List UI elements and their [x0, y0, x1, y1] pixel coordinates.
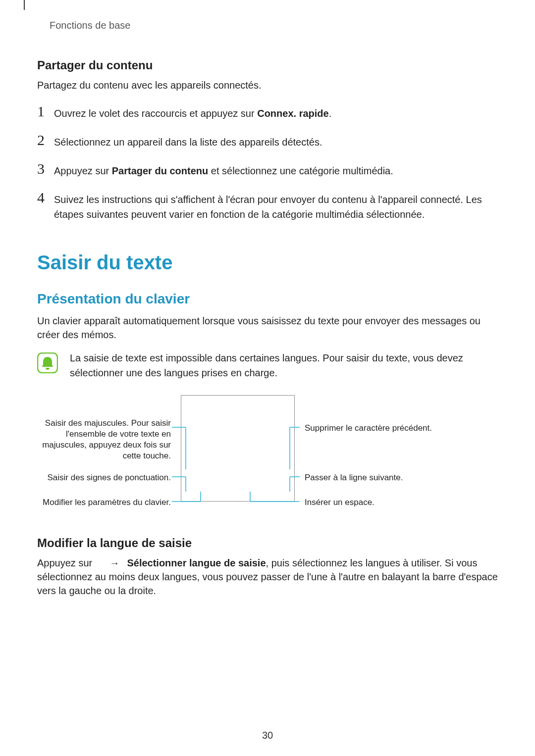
- step-text: Ouvrez le volet des raccourcis et appuye…: [54, 106, 331, 121]
- step-text: Sélectionnez un appareil dans la liste d…: [54, 135, 322, 150]
- top-crop-mark: [24, 0, 25, 10]
- breadcrumb: Fonctions de base: [50, 20, 498, 31]
- steps-list: 1 Ouvrez le volet des raccourcis et appu…: [37, 106, 498, 222]
- heading-partager: Partager du contenu: [37, 58, 498, 72]
- intro-clavier: Un clavier apparaît automatiquement lors…: [37, 314, 498, 342]
- label-ponctuation: Saisir des signes de ponctuation.: [37, 472, 171, 483]
- step-text-pre: Suivez les instructions qui s'affichent …: [54, 194, 482, 220]
- label-ligne-suivante: Passer à la ligne suivante.: [305, 472, 478, 483]
- step-text: Suivez les instructions qui s'affichent …: [54, 192, 498, 222]
- step-text-pre: Sélectionnez un appareil dans la liste d…: [54, 137, 322, 148]
- step-number: 2: [37, 133, 54, 148]
- label-espace: Insérer un espace.: [305, 497, 478, 508]
- step-item: 1 Ouvrez le volet des raccourcis et appu…: [37, 106, 498, 121]
- step-text-pre: Appuyez sur: [54, 165, 112, 176]
- step-item: 4 Suivez les instructions qui s'affichen…: [37, 192, 498, 222]
- step-text-bold: Partager du contenu: [112, 165, 208, 176]
- step-number: 4: [37, 190, 54, 205]
- step-item: 3 Appuyez sur Partager du contenu et sél…: [37, 163, 498, 178]
- bell-icon: [37, 353, 58, 373]
- para-bold: Sélectionner langue de saisie: [127, 557, 266, 568]
- para-post: , puis sélectionnez les langues à utilis…: [37, 557, 498, 596]
- note-text: La saisie de texte est impossible dans c…: [70, 351, 498, 380]
- step-text: Appuyez sur Partager du contenu et sélec…: [54, 163, 393, 178]
- keyboard-diagram: Saisir des majuscules. Pour saisir l'ens…: [37, 395, 503, 516]
- label-majuscules: Saisir des majuscules. Pour saisir l'ens…: [37, 418, 171, 461]
- step-text-post: .: [329, 108, 332, 119]
- step-item: 2 Sélectionnez un appareil dans la liste…: [37, 135, 498, 150]
- heading-presentation-clavier: Présentation du clavier: [37, 291, 498, 307]
- step-text-post: et sélectionnez une catégorie multimédia…: [208, 165, 393, 176]
- label-parametres: Modifier les paramètres du clavier.: [37, 497, 171, 508]
- step-text-pre: Ouvrez le volet des raccourcis et appuye…: [54, 108, 257, 119]
- step-number: 1: [37, 104, 54, 119]
- heading-saisir-texte: Saisir du texte: [37, 252, 498, 274]
- page-number: 30: [0, 730, 535, 741]
- arrow-icon: →: [109, 557, 119, 568]
- section-saisir-texte: Saisir du texte Présentation du clavier …: [37, 252, 498, 598]
- para-pre: Appuyez sur: [37, 557, 95, 568]
- heading-modifier-langue: Modifier la langue de saisie: [37, 536, 498, 550]
- para-modifier-langue: Appuyez sur → Sélectionner langue de sai…: [37, 556, 498, 598]
- step-number: 3: [37, 161, 54, 176]
- intro-partager: Partagez du contenu avec les appareils c…: [37, 78, 498, 92]
- step-text-bold: Connex. rapide: [257, 108, 328, 119]
- diagram-keyboard-box: [181, 395, 295, 502]
- label-supprimer: Supprimer le caractère précédent.: [305, 423, 478, 434]
- note-row: La saisie de texte est impossible dans c…: [37, 351, 498, 380]
- section-partager-contenu: Partager du contenu Partagez du contenu …: [37, 58, 498, 222]
